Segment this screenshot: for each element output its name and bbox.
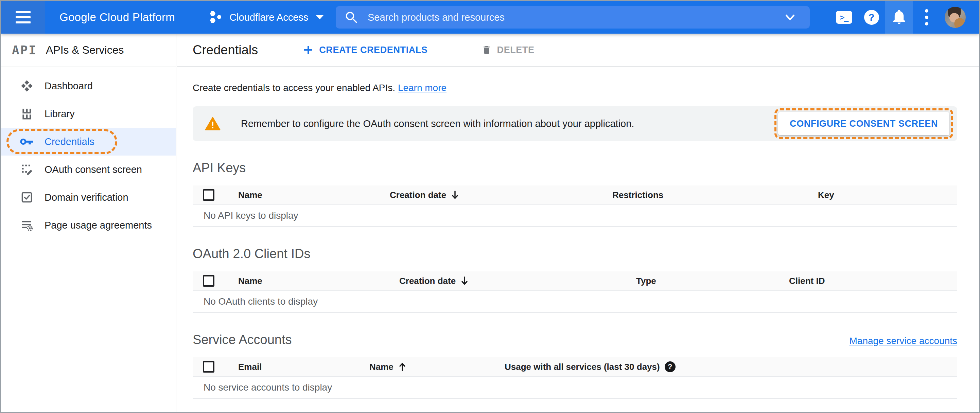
menu-icon[interactable] [16, 11, 30, 24]
help-icon[interactable]: ? [858, 1, 885, 33]
service-accounts-empty-state: No service accounts to display [192, 377, 957, 399]
sidebar-item-label: OAuth consent screen [45, 164, 142, 175]
agreements-icon [20, 218, 33, 232]
delete-button[interactable]: DELETE [479, 44, 536, 56]
api-keys-table-header: Name Creation date Restrictions Key [192, 186, 957, 205]
key-icon [20, 135, 33, 148]
search-bar [336, 6, 810, 29]
column-header-key[interactable]: Key [818, 190, 957, 200]
sidebar-nav: Dashboard Library [1, 67, 176, 239]
api-keys-empty-state: No API keys to display [192, 205, 957, 227]
page-body: Create credentials to access your enable… [177, 83, 979, 399]
column-header-usage[interactable]: Usage with all services (last 30 days) ? [504, 361, 957, 372]
sidebar-item-label: Library [45, 108, 75, 119]
topbar-actions: >_ ? [830, 1, 970, 33]
search-input[interactable] [367, 11, 779, 24]
product-name: APIs & Services [46, 44, 124, 56]
sidebar-item-library[interactable]: Library [1, 100, 176, 128]
sidebar-item-page-usage-agreements[interactable]: Page usage agreements [1, 211, 176, 239]
nav-drawer-region [1, 1, 45, 33]
sort-desc-icon [451, 190, 459, 200]
cloud-shell-glyph: >_ [836, 11, 852, 24]
library-icon [20, 107, 33, 121]
oauth-clients-section: OAuth 2.0 Client IDs Name Creation date … [192, 246, 957, 313]
sidebar-item-label: Domain verification [45, 192, 129, 203]
intro-text: Create credentials to access your enable… [192, 83, 395, 93]
usage-help-icon[interactable]: ? [665, 361, 676, 372]
project-icon [208, 10, 223, 25]
intro-text-line: Create credentials to access your enable… [192, 83, 957, 94]
dashboard-icon [20, 79, 33, 93]
sidebar-header: API APIs & Services [1, 33, 176, 67]
api-keys-section: API Keys Name Creation date Restrictions… [192, 160, 957, 227]
column-header-name[interactable]: Name [369, 362, 504, 372]
column-header-creation-date[interactable]: Creation date [399, 276, 636, 286]
consent-screen-icon [20, 163, 33, 176]
section-title-oauth-clients: OAuth 2.0 Client IDs [192, 246, 957, 261]
service-accounts-table-header: Email Name Usage with all services (last… [192, 357, 957, 377]
create-credentials-label: CREATE CREDENTIALS [319, 45, 428, 56]
warning-icon [205, 116, 221, 131]
notifications-icon[interactable] [885, 1, 913, 33]
sidebar-item-domain-verification[interactable]: Domain verification [1, 183, 176, 211]
page-title: Credentials [192, 43, 258, 57]
section-title-service-accounts: Service Accounts [192, 332, 291, 347]
configure-consent-screen-button[interactable]: CONFIGURE CONSENT SCREEN [778, 112, 950, 135]
api-logo: API [12, 43, 37, 57]
project-caret-icon [316, 15, 324, 20]
more-options-icon[interactable] [913, 1, 940, 33]
sidebar-item-credentials[interactable]: Credentials [1, 128, 176, 156]
oauth-clients-empty-state: No OAuth clients to display [192, 291, 957, 313]
main-content: Credentials CREATE CREDENTIALS DELETE Cr… [177, 33, 979, 412]
service-accounts-section: Service Accounts Manage service accounts… [192, 332, 957, 399]
trash-icon [482, 44, 492, 56]
learn-more-link[interactable]: Learn more [398, 83, 447, 93]
select-all-checkbox[interactable] [203, 361, 215, 373]
column-header-creation-date[interactable]: Creation date [390, 190, 612, 200]
help-glyph: ? [864, 10, 879, 25]
sidebar-item-label: Dashboard [45, 81, 93, 92]
plus-icon [303, 44, 313, 56]
sidebar-item-label: Credentials [45, 136, 94, 148]
avatar[interactable] [940, 1, 970, 33]
manage-service-accounts-link[interactable]: Manage service accounts [849, 335, 957, 346]
gcp-console-window: Google Cloud Platform Cloudflare Access [0, 0, 980, 413]
page-header: Credentials CREATE CREDENTIALS DELETE [177, 33, 979, 67]
column-header-name[interactable]: Name [238, 276, 399, 286]
sidebar-item-label: Page usage agreements [45, 220, 152, 231]
sidebar-item-dashboard[interactable]: Dashboard [1, 72, 176, 100]
column-header-email[interactable]: Email [238, 362, 369, 372]
topbar: Google Cloud Platform Cloudflare Access [1, 1, 979, 33]
column-header-restrictions[interactable]: Restrictions [612, 190, 818, 200]
oauth-clients-table-header: Name Creation date Type Client ID [192, 272, 957, 291]
sidebar-item-oauth-consent-screen[interactable]: OAuth consent screen [1, 156, 176, 183]
app-title[interactable]: Google Cloud Platform [59, 11, 175, 24]
search-expand-icon[interactable] [779, 12, 801, 22]
create-credentials-button[interactable]: CREATE CREDENTIALS [301, 44, 430, 56]
delete-label: DELETE [497, 45, 535, 56]
sort-desc-icon [460, 276, 469, 286]
select-all-checkbox[interactable] [203, 189, 215, 201]
section-title-api-keys: API Keys [192, 160, 957, 175]
sort-asc-icon [398, 362, 406, 372]
avatar-image [945, 7, 966, 28]
project-name: Cloudflare Access [229, 12, 308, 23]
warning-message: Remember to configure the OAuth consent … [241, 118, 634, 129]
project-selector[interactable]: Cloudflare Access [206, 10, 326, 25]
cloud-shell-icon[interactable]: >_ [830, 1, 858, 33]
tutorial-highlight-outline: CONFIGURE CONSENT SCREEN [775, 108, 953, 139]
domain-verification-icon [20, 191, 33, 204]
column-header-name[interactable]: Name [238, 190, 390, 200]
search-icon [345, 11, 358, 24]
select-all-checkbox[interactable] [203, 275, 215, 287]
oauth-warning-banner: Remember to configure the OAuth consent … [192, 106, 957, 141]
column-header-client-id[interactable]: Client ID [789, 276, 957, 286]
column-header-type[interactable]: Type [636, 276, 789, 286]
sidebar: API APIs & Services Dashboard [1, 33, 177, 412]
